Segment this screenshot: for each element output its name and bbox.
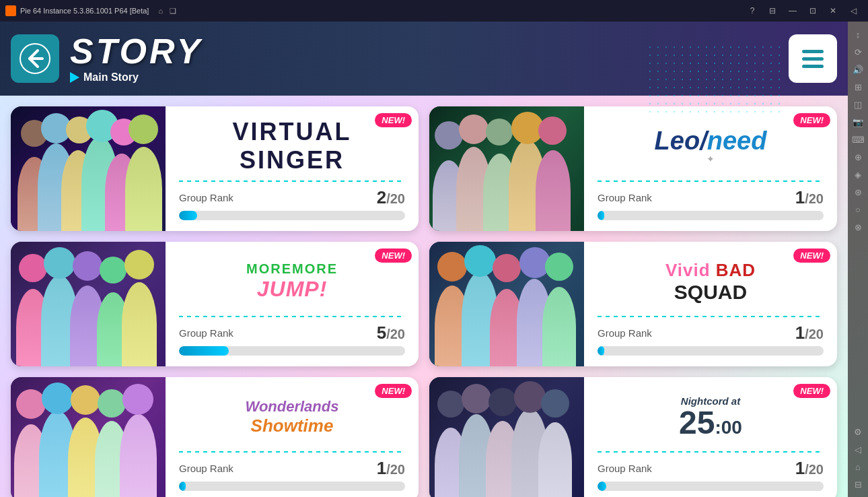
sidebar-camera-icon[interactable]: 📷	[851, 114, 865, 129]
n25-colon: :00	[715, 418, 742, 437]
card-logo-n25: Nightcord at 25 :00	[598, 388, 824, 446]
rank-row-mmj: Group Rank 5/20	[179, 323, 405, 343]
progress-bg-vs	[179, 211, 405, 220]
story-card-vbs[interactable]: NEW! Vivid BAD SQUAD Group Rank 1/20	[429, 242, 837, 366]
divider-vs	[179, 180, 405, 182]
card-logo-vs: VIRTUAL SINGER	[179, 117, 405, 175]
sidebar-add-icon[interactable]: ⊕	[851, 150, 865, 164]
vs-word2: SINGER	[240, 146, 345, 174]
dots-pattern	[646, 43, 781, 117]
back-to-main-button[interactable]	[11, 34, 59, 83]
new-badge-wl: NEW!	[375, 384, 412, 398]
card-info-vbs: NEW! Vivid BAD SQUAD Group Rank 1/20	[584, 242, 837, 366]
nav-back-icon[interactable]: ⌂	[158, 7, 163, 15]
n25-number: 25	[679, 407, 715, 439]
wl-word2: Showtime	[251, 416, 334, 436]
card-info-n25: NEW! Nightcord at 25 :00 Group Rank 1/20	[584, 377, 837, 497]
rank-label-leo: Group Rank	[598, 192, 652, 203]
card-image-vs	[11, 106, 166, 231]
back-button[interactable]: ◁	[844, 3, 863, 18]
divider-wl	[179, 451, 405, 453]
sidebar-apps-icon[interactable]: ⊟	[851, 477, 865, 492]
vbs-word1: Vivid BAD	[665, 260, 756, 281]
tile-button[interactable]: ⊟	[763, 3, 782, 18]
sidebar-settings-icon[interactable]: ⚙	[851, 424, 865, 439]
card-image-wl	[11, 377, 166, 497]
leo-text: Leo/need	[655, 128, 767, 154]
progress-bg-vbs	[598, 346, 824, 356]
leo-need-logo: Leo/need ✦	[655, 128, 767, 164]
story-card-mmj[interactable]: NEW! MOREMORE JUMP! Group Rank 5/20	[11, 242, 419, 366]
sidebar-home-icon[interactable]: ⌂	[851, 459, 865, 474]
minimize-button[interactable]: —	[783, 3, 802, 18]
card-logo-vbs: Vivid BAD SQUAD	[598, 253, 824, 310]
title-bar-text: Pie 64 Instance 5.3.86.1001 P64 [Beta]	[20, 7, 149, 15]
story-card-wonderlands[interactable]: NEW! Wonderlands Showtime Group Rank 1/2…	[11, 377, 419, 497]
card-info-vs: NEW! VIRTUAL SINGER Group Rank 2/20	[166, 106, 419, 231]
rank-value-mmj: 5/20	[377, 323, 405, 343]
rank-row-vbs: Group Rank 1/20	[598, 323, 824, 343]
sidebar-circle-icon[interactable]: ○	[851, 202, 865, 217]
sidebar-cross-icon[interactable]: ⊗	[851, 220, 865, 234]
divider-n25	[598, 451, 824, 453]
menu-button[interactable]	[789, 34, 837, 83]
vs-word1: VIRTUAL	[233, 118, 352, 146]
close-button[interactable]: ✕	[824, 3, 842, 18]
card-image-vbs	[429, 242, 584, 366]
sidebar-grid-icon[interactable]: ⊞	[851, 79, 865, 94]
sidebar-settings2-icon[interactable]: ⊛	[851, 185, 865, 199]
story-card-virtual-singer[interactable]: NEW! VIRTUAL SINGER Group Rank 2/20	[11, 106, 419, 231]
mmj-word1: MOREMORE	[246, 261, 338, 277]
card-info-leo: NEW! Leo/need ✦ Group Rank 1/20	[584, 106, 837, 231]
card-logo-wl: Wonderlands Showtime	[179, 388, 405, 446]
card-image-n25	[429, 377, 584, 497]
sidebar-layers-icon[interactable]: ◈	[851, 167, 865, 182]
sidebar-volume-icon[interactable]: 🔊	[851, 62, 865, 77]
app-icon	[5, 5, 16, 16]
progress-fill-n25	[598, 482, 606, 491]
nav-forward-icon[interactable]: ❑	[170, 7, 176, 15]
hamburger-icon	[802, 50, 824, 68]
maximize-button[interactable]: ⊡	[803, 3, 822, 18]
new-badge-leo: NEW!	[793, 113, 830, 127]
wl-logo: Wonderlands Showtime	[246, 398, 339, 436]
divider-mmj	[179, 316, 405, 317]
sidebar-keyboard-icon[interactable]: ⌨	[851, 132, 865, 147]
card-logo-mmj: MOREMORE JUMP!	[179, 253, 405, 310]
sidebar-refresh-icon[interactable]: ⟳	[851, 44, 865, 59]
story-card-leo-need[interactable]: NEW! Leo/need ✦ Group Rank 1/20	[429, 106, 837, 231]
progress-fill-mmj	[179, 346, 229, 356]
new-badge-vbs: NEW!	[793, 249, 830, 263]
divider-leo	[598, 180, 824, 182]
sidebar-rotate-icon[interactable]: ↕	[851, 27, 865, 42]
wl-word1: Wonderlands	[246, 398, 339, 416]
title-bar-left: Pie 64 Instance 5.3.86.1001 P64 [Beta] ⌂…	[5, 5, 176, 16]
title-bar: Pie 64 Instance 5.3.86.1001 P64 [Beta] ⌂…	[0, 0, 868, 22]
progress-fill-wl	[179, 482, 186, 491]
rank-row-leo: Group Rank 1/20	[598, 187, 824, 208]
story-grid: NEW! VIRTUAL SINGER Group Rank 2/20	[0, 96, 848, 497]
rank-label-vs: Group Rank	[179, 192, 233, 203]
progress-bg-n25	[598, 482, 824, 491]
rank-value-vbs: 1/20	[795, 323, 824, 343]
sidebar-window-icon[interactable]: ◫	[851, 97, 865, 112]
rank-label-wl: Group Rank	[179, 463, 233, 474]
rank-row-vs: Group Rank 2/20	[179, 187, 405, 208]
card-info-mmj: NEW! MOREMORE JUMP! Group Rank 5/20	[166, 242, 419, 366]
card-image-leo	[429, 106, 584, 231]
subtitle-text: Main Story	[83, 71, 139, 84]
new-badge-mmj: NEW!	[375, 249, 412, 263]
rank-row-n25: Group Rank 1/20	[598, 458, 824, 479]
rank-label-vbs: Group Rank	[598, 327, 652, 339]
progress-bg-wl	[179, 482, 405, 491]
story-card-nightcord[interactable]: NEW! Nightcord at 25 :00 Group Rank 1/20	[429, 377, 837, 497]
help-button[interactable]: ?	[743, 3, 762, 18]
hamburger-line-2	[802, 57, 824, 61]
new-badge-vs: NEW!	[375, 113, 412, 127]
card-info-wl: NEW! Wonderlands Showtime Group Rank 1/2…	[166, 377, 419, 497]
card-image-mmj	[11, 242, 166, 366]
n25-number-row: 25 :00	[679, 407, 742, 439]
sidebar-back-icon[interactable]: ◁	[851, 442, 865, 457]
progress-bg-mmj	[179, 346, 405, 356]
progress-fill-leo	[598, 211, 604, 220]
